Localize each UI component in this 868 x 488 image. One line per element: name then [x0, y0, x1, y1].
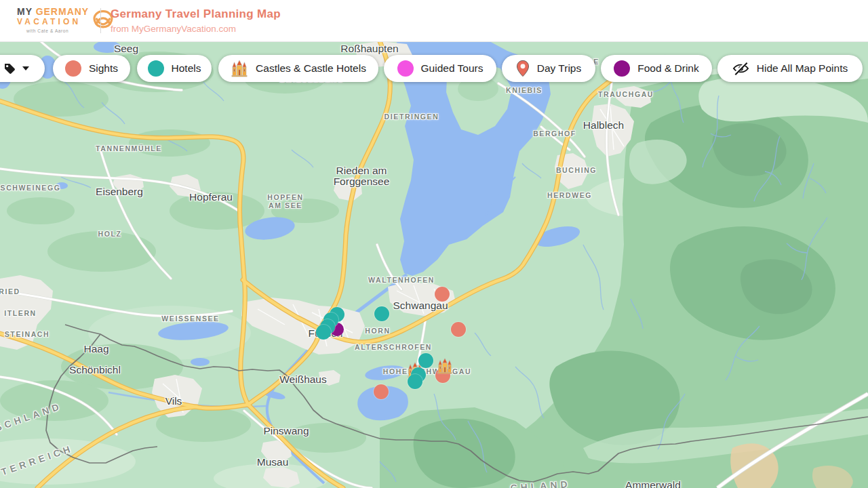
filter-day-trips-label: Day Trips: [537, 62, 581, 75]
map-label-town: Schwangau: [393, 300, 448, 312]
map-label-area: HERDWEG: [547, 191, 592, 199]
map-label-area: TRAUCHGAU: [598, 90, 654, 98]
map-label-area: WALTENHOFEN: [368, 276, 435, 284]
map-marker-hotel[interactable]: [316, 325, 331, 340]
eye-slash-icon: [732, 61, 749, 76]
filter-hide-all-label: Hide All Map Points: [757, 62, 848, 75]
filter-hide-all-button[interactable]: Hide All Map Points: [717, 55, 863, 82]
map-label-area: KNIEBIS: [506, 86, 542, 94]
filter-guided-tours-button[interactable]: Guided Tours: [384, 55, 496, 82]
map-artwork: [0, 41, 868, 488]
map-marker-castle[interactable]: [437, 358, 453, 374]
logo-germany: GERMANY: [36, 6, 90, 17]
filter-food-drink-label: Food & Drink: [637, 62, 698, 75]
sights-dot-icon: [65, 60, 81, 77]
map-marker-hotel[interactable]: [408, 374, 422, 389]
map-label-town: Hopferau: [189, 191, 233, 203]
page-title: Germany Travel Planning Map: [111, 7, 281, 21]
filter-day-trips-button[interactable]: Day Trips: [502, 55, 595, 82]
map-label-area: BUCHING: [556, 166, 597, 174]
map-label-town: Schönbichl: [69, 364, 121, 376]
header: MY GERMANY VACATION with Cate & Aaron Ge…: [0, 0, 868, 42]
map-label-area: SCHWEINEGG: [1, 184, 61, 192]
filter-hotels-label: Hotels: [172, 62, 201, 75]
map-label-area: WEISSENSEE: [161, 314, 219, 323]
logo-my: MY: [17, 6, 33, 17]
map-label-area: ALTERSCHROFEN: [355, 343, 432, 351]
map-label-town: Forggensee: [334, 176, 390, 188]
logo-line2: VACATION: [17, 17, 89, 27]
map-marker-hotel[interactable]: [374, 306, 389, 321]
logo-text: MY GERMANY VACATION with Cate & Aaron: [17, 6, 89, 33]
map-label-town: Roßhaupten: [340, 43, 398, 55]
filter-food-drink-button[interactable]: Food & Drink: [601, 55, 712, 82]
map-pin-icon: [516, 60, 530, 77]
map-label-town: Pinswang: [263, 425, 309, 437]
map-label-town: Musau: [257, 456, 289, 468]
map-label-area: BERGHOF: [533, 129, 576, 138]
map-label-town: Vils: [165, 395, 182, 407]
logo-line1: MY GERMANY: [17, 6, 89, 17]
filter-tag-filter-button[interactable]: [0, 55, 45, 82]
guided-tours-dot-icon: [397, 60, 414, 77]
map-label-town: Haag: [83, 343, 108, 355]
map-label-town: Seeg: [114, 43, 138, 55]
filter-guided-tours-label: Guided Tours: [421, 62, 484, 75]
map-label-area: TANNENMÜHLE: [96, 144, 162, 152]
page-subtitle: from MyGermanyVacation.com: [111, 24, 281, 34]
map-label-area: HOPFEN: [267, 193, 303, 201]
castle-marker-icon: [437, 358, 453, 374]
filter-hotels-button[interactable]: Hotels: [137, 55, 212, 82]
map-label-area: DIETRINGEN: [384, 113, 439, 121]
map-marker-hotel[interactable]: [418, 353, 433, 368]
header-titles: Germany Travel Planning Map from MyGerma…: [111, 7, 281, 34]
filter-sights-label: Sights: [89, 62, 118, 75]
map-canvas[interactable]: SeegRoßhauptenEisenbergHopferauRieden am…: [0, 41, 868, 488]
filter-sights-button[interactable]: Sights: [53, 55, 130, 82]
map-label-area: STEINACH: [5, 330, 50, 338]
map-label-area: HORN: [365, 327, 390, 335]
hotels-dot-icon: [148, 60, 164, 77]
tag-icon: [3, 62, 16, 75]
logo-tagline: with Cate & Aaron: [26, 28, 89, 33]
map-label-area: AM SEE: [269, 201, 302, 209]
map-marker-sight[interactable]: [451, 322, 466, 337]
filter-castles-button[interactable]: Castles & Castle Hotels: [218, 55, 378, 82]
map-label-area: HOLZ: [98, 230, 122, 238]
map-marker-sight[interactable]: [435, 287, 450, 302]
map-label-area: ITLERN: [4, 309, 37, 317]
food-drink-dot-icon: [614, 60, 630, 77]
map-label-town: Halblech: [583, 119, 624, 131]
castle-icon: [231, 60, 248, 77]
caret-down-icon: [22, 66, 29, 70]
map-label-town: Weißhaus: [279, 373, 327, 386]
map-marker-sight[interactable]: [374, 384, 389, 399]
filter-castles-label: Castles & Castle Hotels: [256, 62, 366, 75]
map-label-area: RIED: [0, 287, 20, 296]
map-label-town: Eisenberg: [96, 186, 143, 198]
map-label-area: HOHENSCHWANGAU: [383, 367, 471, 375]
map-label-town: Ammerwald: [625, 479, 681, 488]
header-divider: [100, 8, 101, 33]
